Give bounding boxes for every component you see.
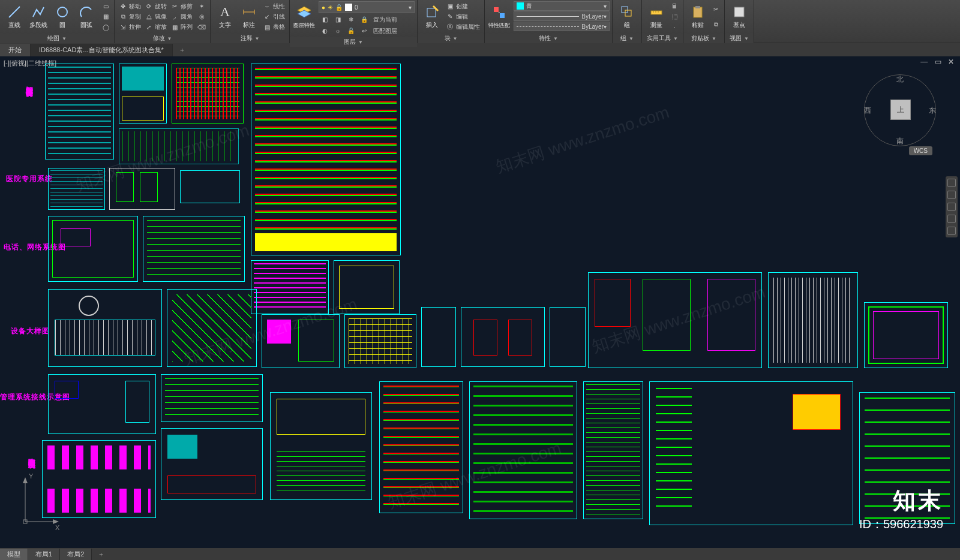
layer-tool-1[interactable]: ◧ [319, 14, 331, 25]
chevron-down-icon: ▾ [604, 23, 607, 30]
color-dropdown[interactable]: 青▾ [514, 1, 610, 11]
compass-e[interactable]: 东 [929, 106, 936, 116]
wcs-badge[interactable]: WCS [909, 146, 932, 155]
hatch-icon: ▦ [101, 13, 110, 21]
svg-rect-10 [622, 7, 628, 13]
layer-properties-button[interactable]: 图层特性 [292, 1, 316, 32]
chevron-down-icon[interactable]: ▼ [673, 36, 678, 41]
draw-extra-3[interactable]: ◯ [100, 22, 112, 32]
array-button[interactable]: ▦阵列 [169, 22, 194, 32]
copy-clip-button[interactable]: ⧉ [710, 20, 722, 30]
chevron-down-icon[interactable]: ▼ [553, 36, 558, 41]
nav-zoom-icon[interactable] [947, 203, 956, 211]
layout-tab-add[interactable]: ＋ [92, 550, 110, 559]
compass-n[interactable]: 北 [896, 74, 904, 85]
chevron-down-icon[interactable]: ▼ [744, 36, 749, 41]
layout-tab-model[interactable]: 模型 [0, 549, 28, 560]
tab-add-button[interactable]: ＋ [173, 46, 191, 55]
layer-tool-8[interactable]: ↩ [358, 26, 370, 36]
stretch-button[interactable]: ⇲拉伸 [117, 22, 143, 32]
tab-start[interactable]: 开始 [0, 44, 31, 56]
edit-attr-button[interactable]: ⓐ编辑属性 [444, 22, 482, 32]
cad-sheet [167, 289, 257, 367]
layout-tab-1[interactable]: 布局1 [28, 549, 60, 560]
tab-current-file[interactable]: ID6888-CAD素...自动智能化系统图块合集* [31, 44, 173, 56]
chevron-down-icon[interactable]: ▼ [167, 36, 172, 41]
nav-orbit-icon[interactable] [947, 215, 956, 223]
ucs-icon: Y X [18, 475, 60, 530]
circle-button[interactable]: 圆 [50, 1, 74, 32]
line-button[interactable]: 直线 [2, 1, 26, 32]
text-button[interactable]: A 文字 [213, 1, 237, 32]
measure-label: 测量 [650, 21, 662, 29]
make-current-button[interactable]: 置为当前 [371, 14, 399, 25]
chevron-down-icon[interactable]: ▼ [629, 36, 634, 41]
util-1[interactable]: 🖩 [668, 1, 680, 11]
layer-tool-7[interactable]: 🔓 [345, 26, 357, 36]
viewcube[interactable]: 上 北 南 东 西 [864, 74, 936, 146]
match-layer-button[interactable]: 匹配图层 [371, 26, 399, 36]
chevron-down-icon[interactable]: ▼ [453, 36, 458, 41]
cad-sheet [172, 64, 244, 124]
rotate-button[interactable]: ⟳旋转 [143, 1, 169, 11]
group-button[interactable]: 组 [615, 1, 639, 32]
viewport-window-controls[interactable]: — ▭ ✕ [920, 58, 956, 66]
nav-pan-icon[interactable] [947, 191, 956, 199]
layer-tool-3[interactable]: ❄ [345, 14, 357, 25]
chevron-down-icon[interactable]: ▼ [62, 36, 67, 41]
nav-showmotion-icon[interactable] [947, 227, 956, 235]
modify-extra-2[interactable]: ◎ [196, 11, 208, 22]
basepoint-button[interactable]: 基点 [727, 1, 751, 32]
measure-button[interactable]: 测量 [644, 1, 668, 32]
util-2[interactable]: ⬚ [668, 11, 680, 22]
copy-button[interactable]: ⧉复制 [117, 11, 143, 22]
layer-prev-icon: ↩ [360, 27, 368, 35]
paste-button[interactable]: 粘贴 [686, 1, 710, 32]
util-3[interactable]: · [668, 22, 680, 32]
layer-tool-2[interactable]: ◨ [332, 14, 344, 25]
chevron-down-icon[interactable]: ▼ [358, 40, 363, 45]
chevron-down-icon[interactable]: ▼ [255, 36, 260, 41]
cad-sheet [48, 374, 156, 434]
mirror-button[interactable]: ⧋镜像 [143, 11, 169, 22]
drawing-area[interactable]: [-][俯视][二维线框] — ▭ ✕ 上 北 南 东 西 WCS 智能家居设计… [0, 56, 960, 548]
current-layer-dropdown[interactable]: ● ☀ 🔓 0▾ [319, 1, 415, 13]
draw-extra-1[interactable]: ▭ [100, 1, 112, 11]
edit-block-button[interactable]: ✎编辑 [444, 11, 482, 22]
create-block-button[interactable]: ▣创建 [444, 1, 482, 11]
chevron-down-icon[interactable]: ▼ [712, 36, 716, 41]
viewcube-face-top[interactable]: 上 [890, 100, 911, 120]
erase-icon: ⌫ [197, 23, 206, 31]
polyline-button[interactable]: 多段线 [26, 1, 50, 32]
cut-button[interactable]: ✂ [710, 4, 722, 14]
circle-label: 圆 [59, 21, 65, 29]
move-button[interactable]: ✥移动 [117, 1, 143, 11]
scale-button[interactable]: ⤢缩放 [143, 22, 169, 32]
layer-tool-6[interactable]: ☼ [332, 26, 344, 36]
cad-sheet [48, 168, 105, 210]
layer-tool-4[interactable]: 🔒 [358, 14, 370, 25]
modify-extra-1[interactable]: ✶ [196, 1, 208, 11]
arc-button[interactable]: 圆弧 [74, 1, 98, 32]
trim-button[interactable]: ✂修剪 [169, 1, 194, 11]
match-props-icon [491, 5, 507, 20]
match-props-button[interactable]: 特性匹配 [487, 1, 511, 32]
cad-sheet [334, 260, 400, 314]
layout-tab-2[interactable]: 布局2 [60, 549, 92, 560]
linetype-dropdown[interactable]: ByLayer▾ [514, 22, 610, 31]
linear-button[interactable]: ↔线性 [261, 1, 287, 11]
draw-extra-2[interactable]: ▦ [100, 11, 112, 22]
fillet-button[interactable]: ◞圆角 [169, 11, 194, 22]
compass-s[interactable]: 南 [896, 136, 904, 146]
compass-w[interactable]: 西 [864, 106, 871, 116]
leader-button[interactable]: ↙引线 [261, 11, 287, 22]
cad-sheet [161, 374, 263, 422]
dimension-button[interactable]: 标注 [237, 1, 261, 32]
insert-button[interactable]: 插入 [420, 1, 444, 32]
ellipse-icon: ◯ [101, 23, 110, 31]
layer-tool-5[interactable]: ◐ [319, 26, 331, 36]
modify-extra-3[interactable]: ⌫ [196, 22, 208, 32]
lineweight-dropdown[interactable]: ByLayer▾ [514, 11, 610, 21]
table-button[interactable]: ▤表格 [261, 22, 287, 32]
nav-wheel-icon[interactable] [947, 179, 956, 187]
